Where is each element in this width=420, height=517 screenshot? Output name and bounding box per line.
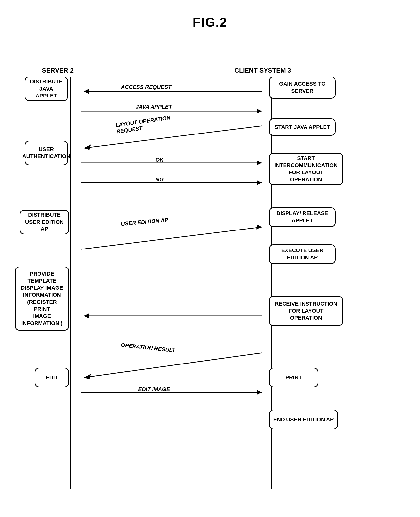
box-edit: EDIT [35, 368, 69, 387]
label-ng: NG [155, 176, 164, 183]
server-label: SERVER 2 [42, 67, 74, 74]
svg-marker-5 [257, 109, 262, 114]
box-end-user-edition: END USER EDITION AP [269, 410, 338, 429]
svg-line-6 [84, 126, 262, 148]
box-display-release-applet: DISPLAY/ RELEASEAPPLET [269, 207, 336, 227]
svg-line-16 [84, 353, 262, 378]
box-start-java-applet: START JAVA APPLET [269, 118, 336, 136]
box-distribute-java-applet: DISTRIBUTEJAVA APPLET [25, 77, 68, 101]
label-java-applet: JAVA APPLET [136, 104, 172, 110]
label-access-request: ACCESS REQUEST [121, 84, 171, 90]
svg-marker-17 [84, 374, 91, 379]
svg-marker-15 [84, 313, 89, 318]
box-user-authentication: USERAUTHENTICATION [25, 141, 68, 165]
svg-marker-11 [257, 180, 262, 185]
svg-marker-3 [84, 89, 89, 94]
box-execute-user-edition: EXECUTE USEREDITION AP [269, 244, 336, 264]
box-provide-template: PROVIDETEMPLATEDISPLAY IMAGEINFORMATION(… [15, 267, 69, 331]
svg-marker-19 [257, 390, 262, 395]
label-edit-image: EDIT IMAGE [138, 386, 170, 393]
svg-marker-13 [256, 225, 262, 230]
box-receive-instruction: RECEIVE INSTRUCTIONFOR LAYOUTOPERATION [269, 296, 343, 326]
box-distribute-user-edition: DISTRIBUTEUSER EDITION AP [20, 210, 69, 234]
page: FIG.2 SERVER 2 [0, 0, 420, 517]
svg-line-12 [81, 227, 262, 249]
box-print: PRINT [269, 368, 318, 387]
svg-marker-9 [257, 160, 262, 165]
box-gain-access: GAIN ACCESS TOSERVER [269, 77, 336, 99]
label-ok: OK [155, 157, 164, 163]
svg-marker-7 [84, 144, 91, 150]
box-start-intercommunication: STARTINTERCOMMUNICATIONFOR LAYOUTOPERATI… [269, 153, 343, 185]
client-label: CLIENT SYSTEM 3 [234, 67, 291, 74]
